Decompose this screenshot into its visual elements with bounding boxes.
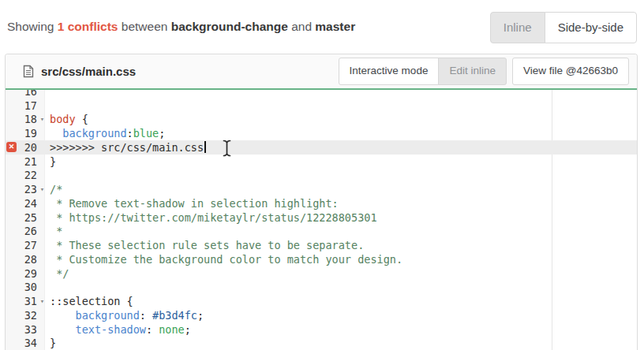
code-line-text[interactable]: * These selection rule sets have to be s…: [47, 239, 364, 251]
merge-conflicts-page: { "summary": { "prefix": "Showing", "con…: [0, 0, 644, 350]
code-line-text[interactable]: *: [47, 225, 62, 237]
line-number[interactable]: 27: [18, 239, 37, 251]
line-number[interactable]: 33: [18, 323, 37, 336]
line-number[interactable]: 18: [18, 113, 37, 125]
file-icon: [23, 65, 34, 78]
code-line-text[interactable]: }: [47, 155, 56, 168]
code-line-text[interactable]: /*: [47, 183, 62, 195]
code-line-21[interactable]: 21}: [6, 155, 637, 169]
code-line-19[interactable]: 19 background:blue;: [6, 126, 637, 140]
file-panel-header: src/css/main.css Interactive mode Edit i…: [6, 54, 637, 90]
line-number[interactable]: 31: [18, 295, 37, 307]
code-line-text[interactable]: }: [47, 337, 56, 349]
line-number[interactable]: 28: [18, 253, 37, 266]
conflicts-summary: Showing 1 conflicts between background-c…: [7, 20, 355, 34]
line-number[interactable]: 16: [18, 90, 37, 98]
line-number[interactable]: 17: [18, 99, 37, 112]
interactive-mode-button[interactable]: Interactive mode: [339, 58, 440, 85]
code-line-text[interactable]: body {: [47, 113, 88, 125]
summary-prefix: Showing: [7, 20, 54, 33]
code-line-29[interactable]: 29 */: [6, 266, 637, 281]
code-token: background: [76, 309, 140, 322]
code-token: * https://twitter.com/miketaylr/status/1…: [50, 211, 377, 224]
code-line-text[interactable]: background:blue;: [47, 127, 165, 140]
code-line-17[interactable]: 17: [6, 99, 637, 113]
edit-mode-button-group: Interactive mode Edit inline: [339, 58, 507, 85]
code-line-31[interactable]: 31▾::selection {: [6, 294, 637, 308]
source-branch: background-change: [171, 20, 288, 33]
code-line-text[interactable]: * Customize the background color to matc…: [47, 253, 402, 266]
summary-between: between: [122, 20, 168, 33]
line-number[interactable]: 20: [18, 141, 37, 154]
code-token: */: [50, 267, 69, 280]
code-token: ;: [159, 127, 165, 140]
code-token: body: [50, 113, 76, 125]
code-token: ;: [197, 309, 204, 322]
inline-toggle-button[interactable]: Inline: [490, 12, 545, 43]
code-token: }: [50, 337, 56, 349]
code-line-25[interactable]: 25 * https://twitter.com/miketaylr/statu…: [6, 210, 637, 225]
code-line-16[interactable]: 16: [6, 90, 637, 99]
line-number[interactable]: 26: [18, 225, 37, 237]
code-line-18[interactable]: 18▾body {: [6, 113, 637, 127]
conflict-marker-icon: ✕: [6, 142, 17, 152]
edit-inline-button[interactable]: Edit inline: [438, 58, 507, 85]
conflict-count: 1 conflicts: [58, 20, 118, 33]
code-token: ::selection {: [50, 295, 133, 307]
line-number[interactable]: 29: [18, 267, 37, 280]
code-token: }: [50, 155, 56, 168]
file-name: src/css/main.css: [41, 65, 136, 78]
summary-and: and: [291, 20, 312, 33]
code-line-26[interactable]: 26 *: [6, 225, 637, 239]
code-line-text[interactable]: */: [47, 267, 69, 280]
code-token: * Customize the background color to matc…: [50, 253, 402, 266]
code-token: none: [159, 323, 185, 336]
code-line-23[interactable]: 23▾/*: [6, 182, 637, 196]
code-line-27[interactable]: 27 * These selection rule sets have to b…: [6, 238, 637, 252]
line-number[interactable]: 25: [18, 211, 37, 224]
view-file-button[interactable]: View file @42663b0: [512, 58, 629, 85]
line-number[interactable]: 30: [18, 281, 37, 293]
code-line-text[interactable]: ::selection {: [47, 295, 133, 307]
code-token: :: [146, 323, 159, 336]
code-token: >>>>>>> src/css/main.css: [50, 141, 204, 154]
code-editor[interactable]: 161718▾body {19 background:blue;✕20>>>>>…: [6, 90, 637, 350]
code-line-20[interactable]: ✕20>>>>>>> src/css/main.css: [6, 140, 637, 155]
fold-arrow-icon[interactable]: ▾: [37, 298, 47, 305]
code-line-text[interactable]: * https://twitter.com/miketaylr/status/1…: [47, 211, 377, 224]
code-line-34[interactable]: 34}: [6, 337, 637, 350]
code-token: :: [127, 127, 133, 140]
fold-arrow-icon[interactable]: ▾: [37, 186, 47, 193]
line-number[interactable]: 22: [18, 169, 37, 181]
code-token: * Remove text-shadow in selection highli…: [50, 197, 339, 210]
line-number[interactable]: 24: [18, 197, 37, 210]
code-line-30[interactable]: 30: [6, 281, 637, 295]
code-token: [50, 309, 76, 322]
code-token: {: [76, 113, 88, 125]
side-by-side-toggle-button[interactable]: Side-by-side: [545, 12, 637, 43]
code-line-33[interactable]: 33 text-shadow: none;: [6, 322, 637, 337]
line-number[interactable]: 21: [18, 155, 37, 168]
code-line-text[interactable]: * Remove text-shadow in selection highli…: [47, 197, 339, 210]
code-token: background: [62, 127, 126, 140]
code-line-text[interactable]: text-shadow: none;: [47, 323, 191, 336]
code-token: [50, 323, 76, 336]
line-number[interactable]: 32: [18, 309, 37, 322]
code-token: text-shadow: [76, 323, 146, 336]
code-lines: 161718▾body {19 background:blue;✕20>>>>>…: [6, 90, 637, 350]
code-line-text[interactable]: >>>>>>> src/css/main.css: [47, 141, 206, 154]
code-line-22[interactable]: 22: [6, 169, 637, 183]
line-number[interactable]: 34: [18, 337, 37, 349]
code-line-28[interactable]: 28 * Customize the background color to m…: [6, 252, 637, 266]
fold-arrow-icon[interactable]: ▾: [37, 116, 47, 123]
conflict-gutter: ✕: [6, 142, 18, 152]
code-line-24[interactable]: 24 * Remove text-shadow in selection hig…: [6, 196, 637, 210]
line-number[interactable]: 19: [18, 127, 37, 140]
file-label: src/css/main.css: [23, 65, 136, 78]
code-token: [50, 127, 62, 140]
code-token: ;: [185, 323, 191, 336]
code-line-text[interactable]: background: #b3d4fc;: [47, 309, 204, 322]
code-line-32[interactable]: 32 background: #b3d4fc;: [6, 308, 637, 322]
line-number[interactable]: 23: [18, 183, 37, 195]
file-panel: src/css/main.css Interactive mode Edit i…: [5, 54, 638, 350]
